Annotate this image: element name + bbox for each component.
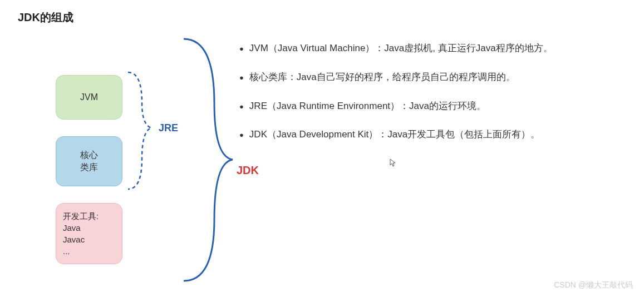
box-core-label: 核心 类库 bbox=[80, 149, 98, 174]
bullet-item: 核心类库：Java自己写好的程序，给程序员自己的程序调用的。 bbox=[239, 71, 623, 84]
bullet-list: JVM（Java Virtual Machine）：Java虚拟机, 真正运行J… bbox=[239, 42, 623, 157]
bullet-item: JRE（Java Runtime Environment）：Java的运行环境。 bbox=[239, 100, 623, 113]
jdk-bracket bbox=[184, 36, 237, 286]
jdk-label: JDK bbox=[237, 164, 259, 177]
page-title: JDK的组成 bbox=[18, 10, 73, 25]
jre-bracket bbox=[128, 70, 156, 192]
watermark: CSDN @懒大王敲代码 bbox=[554, 280, 633, 290]
box-jvm-label: JVM bbox=[80, 91, 98, 103]
box-jvm: JVM bbox=[56, 75, 122, 120]
box-core-lib: 核心 类库 bbox=[56, 136, 122, 186]
box-dev-label: 开发工具: Java Javac ... bbox=[63, 210, 99, 257]
bullet-item: JVM（Java Virtual Machine）：Java虚拟机, 真正运行J… bbox=[239, 42, 623, 55]
jre-label: JRE bbox=[159, 122, 178, 134]
bullet-item: JDK（Java Development Kit）：Java开发工具包（包括上面… bbox=[239, 128, 623, 141]
box-dev-tools: 开发工具: Java Javac ... bbox=[56, 203, 122, 264]
